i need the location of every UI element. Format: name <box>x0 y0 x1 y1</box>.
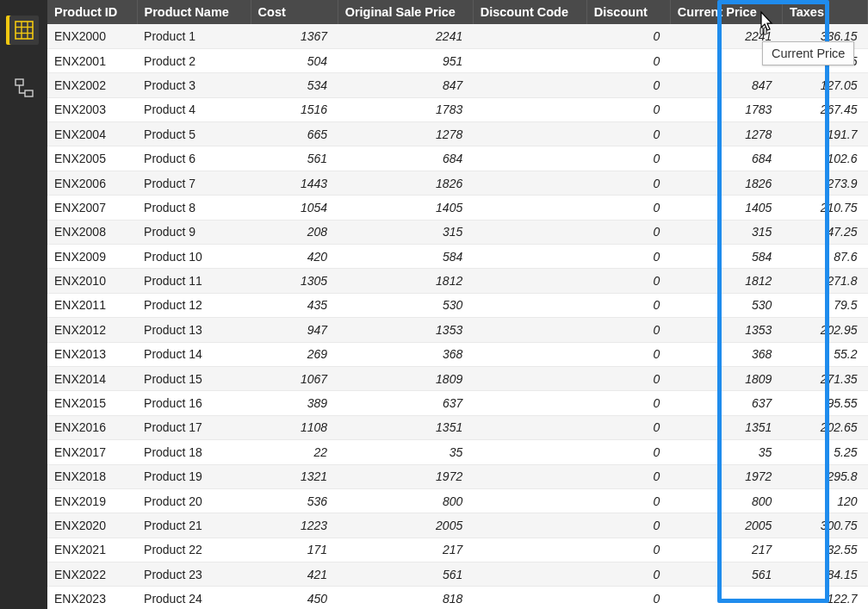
cell-osp[interactable]: 1351 <box>338 415 473 439</box>
cell-cur[interactable]: 1351 <box>670 415 782 439</box>
table-row[interactable]: ENX2019Product 205368000800120 <box>47 488 868 513</box>
cell-disc[interactable]: 0 <box>586 269 670 293</box>
cell-id[interactable]: ENX2022 <box>47 562 137 587</box>
cell-disc[interactable]: 0 <box>586 513 670 538</box>
cell-dcode[interactable] <box>473 513 586 538</box>
cell-id[interactable]: ENX2008 <box>47 220 137 244</box>
cell-cost[interactable]: 420 <box>251 245 338 269</box>
cell-tax[interactable]: 5.25 <box>782 440 867 464</box>
cell-dcode[interactable] <box>473 196 586 220</box>
cell-tax[interactable]: 142.65 <box>782 48 867 72</box>
cell-disc[interactable]: 0 <box>586 587 670 609</box>
table-row[interactable]: ENX2010Product 111305181201812271.8 <box>47 269 868 293</box>
cell-id[interactable]: ENX2018 <box>47 464 137 488</box>
cell-dcode[interactable] <box>473 146 586 171</box>
cell-tax[interactable]: 84.15 <box>782 562 867 587</box>
cell-name[interactable]: Product 21 <box>137 513 251 538</box>
cell-name[interactable]: Product 10 <box>137 245 251 269</box>
cell-tax[interactable]: 202.95 <box>782 318 867 342</box>
cell-osp[interactable]: 800 <box>338 488 473 513</box>
table-row[interactable]: ENX2000Product 11367224102241336.15 <box>47 24 868 48</box>
cell-cur[interactable]: 2005 <box>670 513 782 538</box>
cell-id[interactable]: ENX2000 <box>47 24 137 48</box>
cell-tax[interactable]: 47.25 <box>782 220 867 244</box>
cell-disc[interactable]: 0 <box>586 440 670 464</box>
cell-osp[interactable]: 1809 <box>338 366 473 390</box>
cell-tax[interactable]: 267.45 <box>782 97 867 121</box>
cell-cost[interactable]: 536 <box>251 488 338 513</box>
cell-osp[interactable]: 35 <box>338 440 473 464</box>
cell-dcode[interactable] <box>473 464 586 488</box>
column-header-tax[interactable]: Taxes <box>782 0 867 24</box>
cell-cost[interactable]: 171 <box>251 538 338 562</box>
cell-osp[interactable]: 2005 <box>338 513 473 538</box>
cell-cost[interactable]: 534 <box>251 73 338 97</box>
cell-cost[interactable]: 1367 <box>251 24 338 48</box>
cell-name[interactable]: Product 8 <box>137 196 251 220</box>
cell-tax[interactable]: 210.75 <box>782 196 867 220</box>
table-row[interactable]: ENX2017Product 1822350355.25 <box>47 440 868 464</box>
cell-tax[interactable]: 79.5 <box>782 293 867 317</box>
cell-cur[interactable]: 847 <box>670 73 782 97</box>
cell-cost[interactable]: 421 <box>251 562 338 587</box>
cell-osp[interactable]: 368 <box>338 342 473 366</box>
cell-cur[interactable]: 315 <box>670 220 782 244</box>
cell-cur[interactable]: 1783 <box>670 97 782 121</box>
cell-cur[interactable]: 584 <box>670 245 782 269</box>
cell-id[interactable]: ENX2007 <box>47 196 137 220</box>
cell-osp[interactable]: 1783 <box>338 97 473 121</box>
cell-id[interactable]: ENX2021 <box>47 538 137 562</box>
cell-name[interactable]: Product 17 <box>137 415 251 439</box>
cell-osp[interactable]: 818 <box>338 587 473 609</box>
cell-dcode[interactable] <box>473 587 586 609</box>
table-row[interactable]: ENX2007Product 81054140501405210.75 <box>47 196 868 220</box>
cell-dcode[interactable] <box>473 488 586 513</box>
column-header-cur[interactable]: Current Price <box>670 0 782 24</box>
cell-cost[interactable]: 1321 <box>251 464 338 488</box>
column-header-disc[interactable]: Discount <box>586 0 670 24</box>
cell-dcode[interactable] <box>473 366 586 390</box>
cell-cost[interactable]: 1305 <box>251 269 338 293</box>
cell-tax[interactable]: 271.8 <box>782 269 867 293</box>
table-row[interactable]: ENX2008Product 9208315031547.25 <box>47 220 868 244</box>
cell-osp[interactable]: 1812 <box>338 269 473 293</box>
cell-id[interactable]: ENX2015 <box>47 391 137 415</box>
cell-cur[interactable]: 1405 <box>670 196 782 220</box>
cell-cost[interactable]: 665 <box>251 122 338 146</box>
cell-cost[interactable]: 504 <box>251 48 338 72</box>
cell-disc[interactable]: 0 <box>586 146 670 171</box>
cell-id[interactable]: ENX2013 <box>47 342 137 366</box>
column-header-id[interactable]: Product ID <box>47 0 137 24</box>
cell-name[interactable]: Product 19 <box>137 464 251 488</box>
table-row[interactable]: ENX2009Product 10420584058487.6 <box>47 245 868 269</box>
cell-dcode[interactable] <box>473 24 586 48</box>
cell-dcode[interactable] <box>473 122 586 146</box>
cell-disc[interactable]: 0 <box>586 73 670 97</box>
cell-cost[interactable]: 947 <box>251 318 338 342</box>
cell-dcode[interactable] <box>473 245 586 269</box>
cell-disc[interactable]: 0 <box>586 562 670 587</box>
cell-cur[interactable]: 1809 <box>670 366 782 390</box>
cell-name[interactable]: Product 18 <box>137 440 251 464</box>
cell-disc[interactable]: 0 <box>586 538 670 562</box>
cell-cur[interactable]: 217 <box>670 538 782 562</box>
cell-cost[interactable]: 1067 <box>251 366 338 390</box>
table-row[interactable]: ENX2023Product 244508180122.7 <box>47 587 868 609</box>
cell-disc[interactable]: 0 <box>586 391 670 415</box>
table-row[interactable]: ENX2022Product 23421561056184.15 <box>47 562 868 587</box>
cell-osp[interactable]: 584 <box>338 245 473 269</box>
cell-disc[interactable]: 0 <box>586 366 670 390</box>
cell-tax[interactable]: 127.05 <box>782 73 867 97</box>
cell-name[interactable]: Product 11 <box>137 269 251 293</box>
cell-cur[interactable]: 1826 <box>670 171 782 195</box>
cell-id[interactable]: ENX2011 <box>47 293 137 317</box>
cell-osp[interactable]: 530 <box>338 293 473 317</box>
cell-name[interactable]: Product 3 <box>137 73 251 97</box>
cell-cur[interactable]: 530 <box>670 293 782 317</box>
cell-id[interactable]: ENX2012 <box>47 318 137 342</box>
table-row[interactable]: ENX2014Product 151067180901809271.35 <box>47 366 868 390</box>
cell-dcode[interactable] <box>473 171 586 195</box>
cell-disc[interactable]: 0 <box>586 342 670 366</box>
data-view-button[interactable] <box>9 16 39 45</box>
cell-tax[interactable]: 120 <box>782 488 867 513</box>
